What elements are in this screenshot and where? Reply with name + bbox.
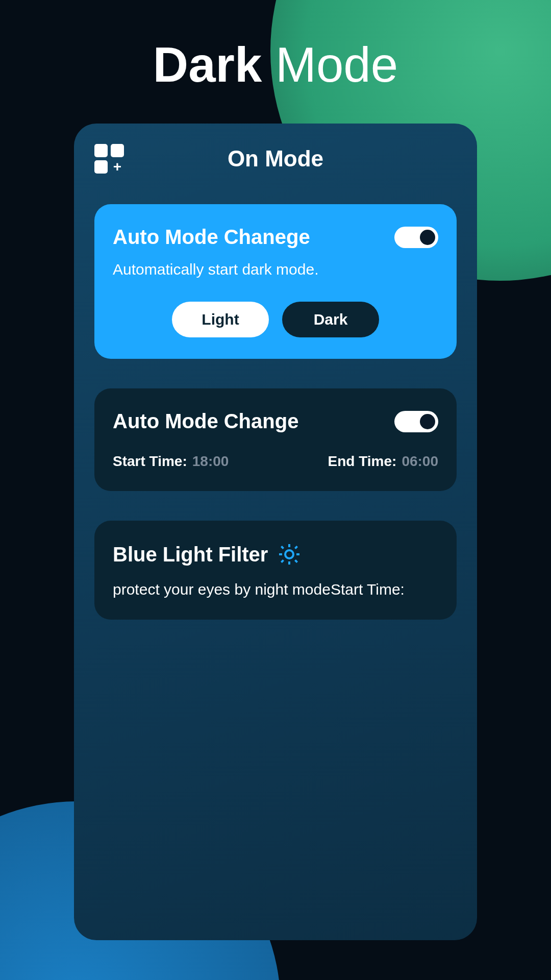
light-button[interactable]: Light (172, 302, 269, 337)
svg-point-0 (285, 550, 293, 558)
main-card: + On Mode Auto Mode Chanege Automaticall… (74, 124, 477, 940)
page-title: Dark Mode (0, 0, 551, 124)
svg-line-7 (282, 560, 284, 562)
schedule-header: Auto Mode Change (113, 410, 438, 433)
auto-mode-header: Auto Mode Chanege (113, 226, 438, 249)
svg-line-4 (295, 560, 297, 562)
schedule-title: Auto Mode Change (113, 410, 298, 433)
auto-mode-description: Automatically start dark mode. (113, 261, 438, 278)
schedule-section: Auto Mode Change Start Time: 18:00 End T… (94, 388, 457, 491)
schedule-toggle[interactable] (394, 411, 438, 432)
card-title: On Mode (94, 146, 457, 172)
end-time-label: End Time: (328, 453, 397, 470)
svg-line-8 (295, 546, 297, 548)
blue-light-section: Blue Light Filter protect your eyes by n… (94, 521, 457, 620)
start-time-label: Start Time: (113, 453, 187, 470)
blue-light-description: protect your eyes by night modeStart Tim… (113, 581, 438, 598)
blue-light-header: Blue Light Filter (113, 542, 438, 567)
card-header: + On Mode (94, 144, 457, 204)
auto-mode-section: Auto Mode Chanege Automatically start da… (94, 204, 457, 359)
end-time-group[interactable]: End Time: 06:00 (328, 453, 438, 470)
start-time-group[interactable]: Start Time: 18:00 (113, 453, 229, 470)
blue-light-title: Blue Light Filter (113, 543, 268, 566)
sun-icon (277, 542, 302, 567)
end-time-value: 06:00 (402, 453, 438, 470)
dark-button[interactable]: Dark (282, 302, 379, 337)
theme-button-row: Light Dark (113, 302, 438, 337)
auto-mode-title: Auto Mode Chanege (113, 226, 310, 249)
svg-line-3 (282, 546, 284, 548)
page-title-light: Mode (276, 37, 398, 92)
time-row: Start Time: 18:00 End Time: 06:00 (113, 453, 438, 470)
auto-mode-toggle[interactable] (394, 227, 438, 248)
page-title-bold: Dark (153, 37, 262, 92)
start-time-value: 18:00 (192, 453, 229, 470)
